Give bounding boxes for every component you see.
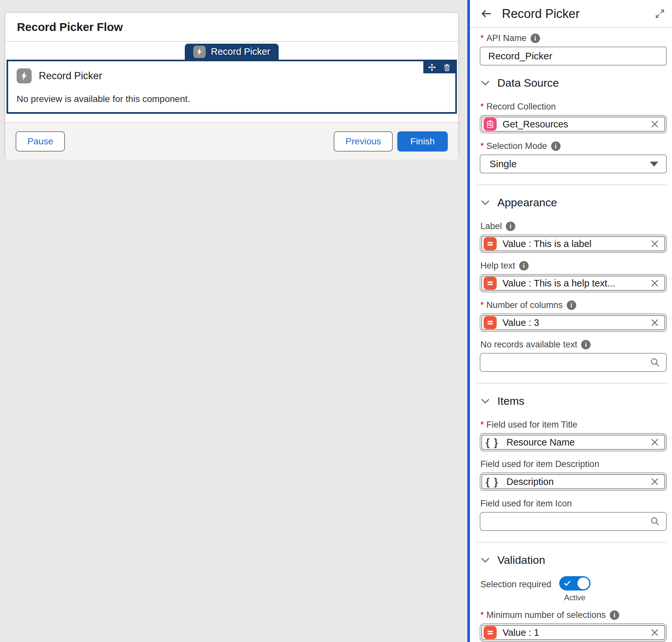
help-text-pill[interactable]: Value : This is a help text...: [480, 274, 667, 292]
component-tab-label: Record Picker: [211, 46, 270, 57]
text-resource-icon: [483, 237, 497, 250]
braces-icon: { }: [483, 476, 501, 488]
item-description-label: Field used for item Description: [480, 459, 667, 469]
clear-icon[interactable]: [647, 279, 659, 288]
record-collection-pill[interactable]: Get_Resources: [480, 115, 667, 133]
search-icon: [650, 516, 660, 527]
record-collection-icon: [483, 118, 497, 131]
info-icon[interactable]: i: [551, 141, 560, 151]
label-pill[interactable]: Value : This is a label: [480, 235, 667, 253]
pause-button[interactable]: Pause: [16, 131, 65, 152]
no-records-available-input[interactable]: [480, 353, 667, 372]
chevron-down-icon: [481, 557, 490, 563]
number-of-columns-pill[interactable]: Value : 3: [480, 313, 667, 332]
minimum-selections-label: * Minimum number of selections i: [480, 610, 667, 620]
selected-component-box[interactable]: Record Picker No preview is available fo…: [7, 60, 457, 114]
toggle-knob: [578, 577, 589, 589]
component-tab-row: Record Picker: [5, 44, 458, 60]
section-data-source[interactable]: Data Source: [481, 77, 667, 89]
info-icon[interactable]: i: [567, 300, 576, 310]
clear-icon[interactable]: [647, 438, 659, 447]
component-action-chip: [423, 61, 455, 73]
chevron-down-icon: [481, 200, 490, 205]
selection-required-row: Selection required Active: [480, 576, 667, 602]
api-name-input[interactable]: Record_Picker: [480, 47, 667, 65]
clear-icon[interactable]: [647, 239, 659, 248]
number-of-columns-label: * Number of columns i: [480, 300, 667, 310]
search-icon: [650, 357, 660, 368]
item-icon-label: Field used for item Icon: [480, 499, 667, 509]
item-title-pill[interactable]: { } Resource Name: [480, 433, 667, 451]
flow-header: Record Picker Flow: [5, 13, 458, 42]
item-icon-input[interactable]: [480, 512, 667, 531]
panel-title: Record Picker: [502, 7, 580, 21]
text-resource-icon: [483, 277, 497, 290]
back-arrow-icon[interactable]: [480, 8, 492, 20]
selection-required-label: Selection required: [480, 579, 552, 590]
help-text-label: Help text i: [480, 261, 667, 271]
info-icon[interactable]: i: [581, 340, 591, 349]
api-name-label: * API Name i: [480, 33, 667, 43]
panel-left-border: [467, 0, 470, 642]
clear-icon[interactable]: [647, 628, 659, 637]
selection-mode-label: * Selection Mode i: [480, 141, 667, 151]
section-items[interactable]: Items: [481, 395, 667, 407]
section-divider: [477, 383, 667, 384]
panel-body: * API Name i Record_Picker Data Source *…: [470, 33, 672, 642]
section-divider: [477, 184, 667, 185]
no-preview-text: No preview is available for this compone…: [17, 94, 447, 104]
check-icon: [563, 579, 572, 587]
item-title-label: * Field used for item Title: [480, 420, 667, 430]
move-icon[interactable]: [428, 63, 436, 72]
component-heading: Record Picker: [17, 68, 447, 84]
finish-button[interactable]: Finish: [397, 131, 448, 152]
lightning-bolt-icon: [17, 68, 31, 84]
panel-header: Record Picker: [470, 0, 672, 28]
info-icon[interactable]: i: [610, 611, 619, 620]
record-collection-label: * Record Collection: [480, 102, 667, 112]
property-panel: Record Picker * API Name i Record_Picker…: [470, 0, 672, 642]
chevron-down-icon: [481, 399, 490, 404]
toggle-state-label: Active: [564, 593, 585, 602]
no-records-available-label: No records available text i: [480, 339, 667, 350]
section-divider: [477, 542, 667, 543]
braces-icon: { }: [483, 436, 501, 448]
previous-button[interactable]: Previous: [334, 131, 393, 152]
component-tab[interactable]: Record Picker: [185, 44, 279, 60]
selection-mode-select[interactable]: Single: [480, 154, 667, 174]
chevron-down-icon: [481, 80, 490, 86]
clear-icon[interactable]: [647, 119, 659, 129]
minimum-selections-pill[interactable]: Value : 1: [480, 624, 667, 642]
info-icon[interactable]: i: [506, 222, 515, 231]
selection-required-toggle[interactable]: [559, 576, 591, 591]
text-resource-icon: [483, 626, 497, 639]
text-resource-icon: [483, 316, 497, 329]
item-description-pill[interactable]: { } Description: [480, 473, 667, 491]
clear-icon[interactable]: [647, 477, 659, 486]
lightning-bolt-icon: [193, 46, 206, 58]
label-label: Label i: [480, 221, 667, 231]
required-marker: *: [480, 33, 484, 43]
flow-footer: Pause Previous Finish: [5, 123, 458, 160]
info-icon[interactable]: i: [531, 34, 540, 43]
flow-title: Record Picker Flow: [17, 21, 123, 34]
flow-preview-card: Record Picker Flow Record Picker: [4, 12, 459, 157]
section-validation[interactable]: Validation: [481, 554, 667, 566]
trash-icon[interactable]: [443, 63, 451, 72]
dropdown-caret-icon: [650, 162, 658, 167]
clear-icon[interactable]: [647, 318, 659, 327]
info-icon[interactable]: i: [519, 261, 529, 270]
section-appearance[interactable]: Appearance: [481, 196, 667, 209]
component-title: Record Picker: [39, 70, 102, 82]
expand-icon[interactable]: [655, 9, 665, 18]
